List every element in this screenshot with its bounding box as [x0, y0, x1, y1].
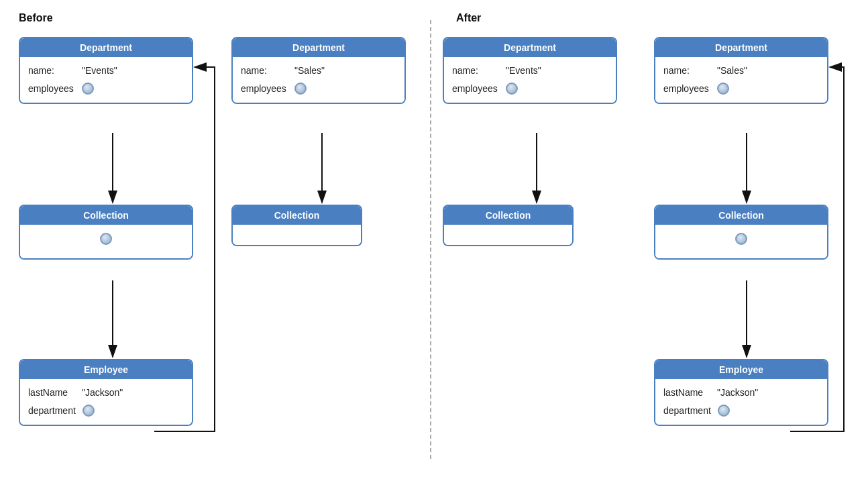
after-lastname-key: lastName [663, 387, 710, 398]
before-dept-events-box: Department name: "Events" employees [19, 37, 193, 104]
after-label: After [456, 12, 481, 24]
after-dept-key: department [663, 405, 711, 416]
before-dept-sales-name-row: name: "Sales" [241, 65, 396, 76]
after-dept-sales-box: Department name: "Sales" employees [654, 37, 828, 104]
after-employee-dept-row: department [663, 405, 819, 417]
before-dept-sales-employees-row: employees [241, 83, 396, 95]
before-dept-events-employees-row: employees [28, 83, 184, 95]
after-employees-key: employees [452, 83, 499, 94]
after-name-val2: "Sales" [717, 65, 747, 76]
after-dept-sales-header: Department [655, 38, 827, 57]
before-collection-events-box: Collection [19, 205, 193, 260]
name-key2: name: [241, 65, 288, 76]
after-dept-events-header: Department [444, 38, 616, 57]
before-employee-dept-row: department [28, 405, 184, 417]
employees-key2: employees [241, 83, 288, 94]
after-collection-events-header: Collection [444, 206, 572, 225]
before-employee-body: lastName "Jackson" department [20, 379, 192, 425]
after-collection-sales-body [655, 225, 827, 258]
after-employees-key2: employees [663, 83, 710, 94]
name-val2: "Sales" [294, 65, 325, 76]
after-name-key2: name: [663, 65, 710, 76]
before-collection-events-body [20, 225, 192, 258]
after-name-key: name: [452, 65, 499, 76]
before-employee-lastname-row: lastName "Jackson" [28, 387, 184, 398]
dept-key: department [28, 405, 76, 416]
after-dept-events-box: Department name: "Events" employees [443, 37, 617, 104]
after-employee-box: Employee lastName "Jackson" department [654, 359, 828, 426]
employees-connector [82, 83, 94, 95]
before-collection-sales-box: Collection [231, 205, 362, 246]
before-collection-events-header: Collection [20, 206, 192, 225]
before-collection-sales-body [233, 225, 361, 245]
after-dept-events-name-row: name: "Events" [452, 65, 608, 76]
name-key: name: [28, 65, 75, 76]
after-collection-sales-header: Collection [655, 206, 827, 225]
before-dept-events-body: name: "Events" employees [20, 57, 192, 103]
section-divider [430, 20, 431, 459]
before-dept-sales-header: Department [233, 38, 404, 57]
before-employee-header: Employee [20, 360, 192, 379]
after-dept-sales-name-row: name: "Sales" [663, 65, 819, 76]
after-dept-sales-employees-row: employees [663, 83, 819, 95]
collection-events-connector [100, 233, 112, 245]
before-dept-sales-box: Department name: "Sales" employees [231, 37, 406, 104]
after-employee-header: Employee [655, 360, 827, 379]
after-employees-connector2 [717, 83, 729, 95]
after-collection-sales-connector-row [663, 233, 819, 245]
employees-connector2 [294, 83, 307, 95]
before-collection-events-connector-row [28, 233, 184, 245]
after-dept-events-employees-row: employees [452, 83, 608, 95]
before-label: Before [19, 12, 53, 24]
name-val: "Events" [82, 65, 117, 76]
before-dept-events-name-row: name: "Events" [28, 65, 184, 76]
before-dept-sales-body: name: "Sales" employees [233, 57, 404, 103]
before-employee-box: Employee lastName "Jackson" department [19, 359, 193, 426]
lastname-val: "Jackson" [82, 387, 123, 398]
after-employee-body: lastName "Jackson" department [655, 379, 827, 425]
before-collection-sales-header: Collection [233, 206, 361, 225]
after-collection-connector [735, 233, 747, 245]
after-dept-sales-body: name: "Sales" employees [655, 57, 827, 103]
after-dept-events-body: name: "Events" employees [444, 57, 616, 103]
after-employees-connector [506, 83, 518, 95]
after-collection-events-body [444, 225, 572, 245]
after-collection-events-box: Collection [443, 205, 574, 246]
dept-connector [83, 405, 95, 417]
after-name-val: "Events" [506, 65, 541, 76]
after-lastname-val: "Jackson" [717, 387, 758, 398]
before-dept-events-header: Department [20, 38, 192, 57]
after-collection-sales-box: Collection [654, 205, 828, 260]
lastname-key: lastName [28, 387, 75, 398]
after-dept-connector [718, 405, 730, 417]
after-employee-lastname-row: lastName "Jackson" [663, 387, 819, 398]
employees-key: employees [28, 83, 75, 94]
